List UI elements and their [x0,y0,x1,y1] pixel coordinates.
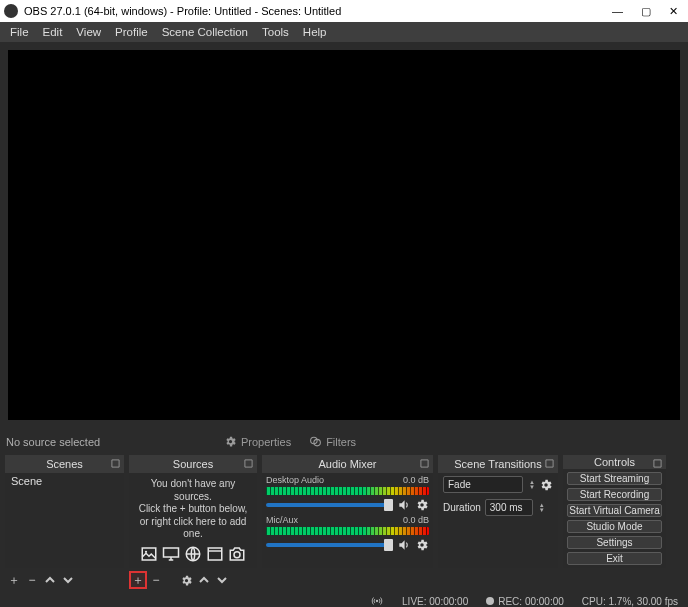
studio-mode-button[interactable]: Studio Mode [567,520,662,533]
mixer-ch2-slider[interactable] [266,543,393,547]
filters-icon [309,435,322,448]
scenes-header: Scenes [5,455,124,473]
minimize-button[interactable]: — [612,5,623,18]
start-virtual-camera-button[interactable]: Start Virtual Camera [567,504,662,517]
duration-label: Duration [443,502,481,513]
scene-item[interactable]: Scene [5,473,124,489]
start-streaming-button[interactable]: Start Streaming [567,472,662,485]
popout-icon[interactable] [110,458,120,468]
scene-down-button[interactable] [59,571,77,589]
menu-help[interactable]: Help [296,26,334,38]
start-recording-button[interactable]: Start Recording [567,488,662,501]
sources-header: Sources [129,455,257,473]
properties-button[interactable]: Properties [216,433,299,450]
mixer-ch2-label: Mic/Aux [266,515,298,525]
gear-icon[interactable] [539,478,553,492]
source-settings-button[interactable] [177,571,195,589]
gear-icon [224,435,237,448]
speaker-icon[interactable] [397,538,411,552]
speaker-icon[interactable] [397,498,411,512]
menu-tools[interactable]: Tools [255,26,296,38]
image-icon [140,545,158,563]
filters-button[interactable]: Filters [301,433,364,450]
popout-icon[interactable] [243,458,253,468]
svg-point-2 [145,550,147,552]
mixer-ch1-label: Desktop Audio [266,475,324,485]
sources-panel: Sources You don't have any sources. Clic… [129,455,257,568]
remove-source-button[interactable]: − [147,571,165,589]
sources-empty[interactable]: You don't have any sources. Click the + … [129,473,257,568]
duration-input[interactable]: 300 ms [485,499,533,516]
maximize-button[interactable]: ▢ [641,5,651,18]
scenes-panel: Scenes Scene [5,455,124,568]
svg-point-4 [234,552,240,558]
app-icon [4,4,18,18]
source-up-button[interactable] [195,571,213,589]
camera-icon [228,545,246,563]
menu-scene-collection[interactable]: Scene Collection [155,26,255,38]
add-scene-button[interactable]: ＋ [5,571,23,589]
source-down-button[interactable] [213,571,231,589]
rec-status: REC: 00:00:00 [498,596,564,607]
transitions-header: Scene Transitions [438,455,558,473]
live-status: LIVE: 00:00:00 [402,596,468,607]
controls-panel: Controls Start Streaming Start Recording… [563,455,666,568]
window-icon [206,545,224,563]
controls-header: Controls [563,455,666,469]
menu-profile[interactable]: Profile [108,26,155,38]
mixer-header: Audio Mixer [262,455,433,473]
remove-scene-button[interactable]: − [23,571,41,589]
add-source-button[interactable]: ＋ [129,571,147,589]
mixer-ch1-slider[interactable] [266,503,393,507]
exit-button[interactable]: Exit [567,552,662,565]
preview-canvas[interactable] [8,50,680,420]
popout-icon[interactable] [419,458,429,468]
broadcast-icon [370,594,384,607]
bottom-toolbar: ＋ − ＋ − [0,569,688,591]
menu-edit[interactable]: Edit [36,26,70,38]
window-title: OBS 27.0.1 (64-bit, windows) - Profile: … [24,5,612,17]
globe-icon [184,545,202,563]
status-bar: LIVE: 00:00:00 REC: 00:00:00 CPU: 1.7%, … [0,591,688,607]
transition-select[interactable]: Fade [443,476,523,493]
popout-icon[interactable] [544,458,554,468]
context-bar: No source selected Properties Filters [0,428,688,455]
menu-view[interactable]: View [69,26,108,38]
mixer-ch1-db: 0.0 dB [403,475,429,485]
cpu-status: CPU: 1.7%, 30.00 fps [582,596,678,607]
preview-area [0,42,688,428]
record-dot-icon [486,597,494,605]
mixer-ch2-db: 0.0 dB [403,515,429,525]
settings-button[interactable]: Settings [567,536,662,549]
no-source-label: No source selected [6,436,216,448]
scene-up-button[interactable] [41,571,59,589]
gear-icon[interactable] [415,538,429,552]
mixer-ch1-meter [266,487,429,495]
close-button[interactable]: ✕ [669,5,678,18]
gear-icon[interactable] [415,498,429,512]
transitions-panel: Scene Transitions Fade ▲▼ Duration 300 m… [438,455,558,568]
audio-mixer-panel: Audio Mixer Desktop Audio0.0 dB Mic/Aux0… [262,455,433,568]
title-bar: OBS 27.0.1 (64-bit, windows) - Profile: … [0,0,688,22]
menu-bar: File Edit View Profile Scene Collection … [0,22,688,42]
svg-point-5 [376,600,378,602]
chevron-updown-icon[interactable]: ▲▼ [539,503,545,513]
menu-file[interactable]: File [3,26,36,38]
display-icon [162,545,180,563]
chevron-updown-icon[interactable]: ▲▼ [529,480,535,490]
popout-icon[interactable] [652,458,662,468]
mixer-ch2-meter [266,527,429,535]
